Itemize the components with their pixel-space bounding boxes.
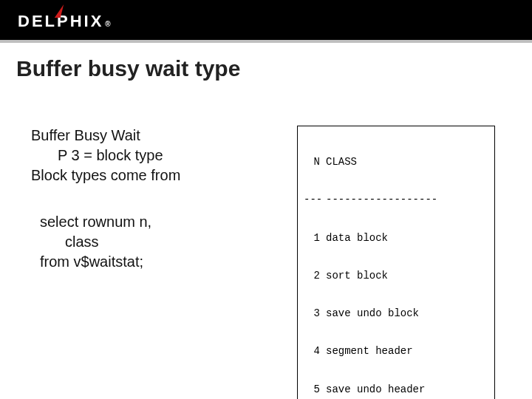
text-line: Block types come from xyxy=(31,166,275,185)
table-divider-row: --------------------- xyxy=(304,194,488,206)
col-header-n: N xyxy=(304,156,326,168)
table-row: 2sort block xyxy=(304,270,488,282)
divider-n: --- xyxy=(304,194,326,206)
page-title: Buffer busy wait type xyxy=(0,43,532,81)
table-row: 5save undo header xyxy=(304,383,488,396)
output-table: NCLASS --------------------- 1data block… xyxy=(297,126,495,399)
cell-n: 2 xyxy=(304,270,326,282)
cell-class: sort block xyxy=(326,270,488,282)
header-bar: DELPHIX® xyxy=(0,0,532,43)
right-column: NCLASS --------------------- 1data block… xyxy=(297,126,510,399)
col-header-class: CLASS xyxy=(326,156,488,168)
logo-registered: ® xyxy=(105,20,112,28)
code-block: select rownum n, class from v$waitstat; xyxy=(31,212,275,272)
cell-n: 3 xyxy=(304,307,326,320)
logo: DELPHIX® xyxy=(18,12,113,31)
cell-class: save undo block xyxy=(326,307,488,320)
table-row: 3save undo block xyxy=(304,307,488,320)
cell-class: data block xyxy=(326,232,488,245)
cell-n: 1 xyxy=(304,232,326,245)
table-header-row: NCLASS xyxy=(304,156,488,168)
cell-n: 5 xyxy=(304,383,326,396)
left-column: Buffer Busy Wait P 3 = block type Block … xyxy=(31,126,275,399)
divider-class: ------------------ xyxy=(326,194,488,206)
content: Buffer Busy Wait P 3 = block type Block … xyxy=(0,81,532,399)
cell-class: save undo header xyxy=(326,383,488,396)
code-line: select rownum n, xyxy=(31,212,275,232)
table-row: 1data block xyxy=(304,232,488,245)
table-row: 4segment header xyxy=(304,345,488,358)
cell-class: segment header xyxy=(326,345,488,358)
code-line: class xyxy=(31,232,275,252)
code-line: from v$waitstat; xyxy=(31,252,275,272)
text-line: Buffer Busy Wait xyxy=(31,126,275,146)
text-line: P 3 = block type xyxy=(31,146,275,166)
cell-n: 4 xyxy=(304,345,326,358)
